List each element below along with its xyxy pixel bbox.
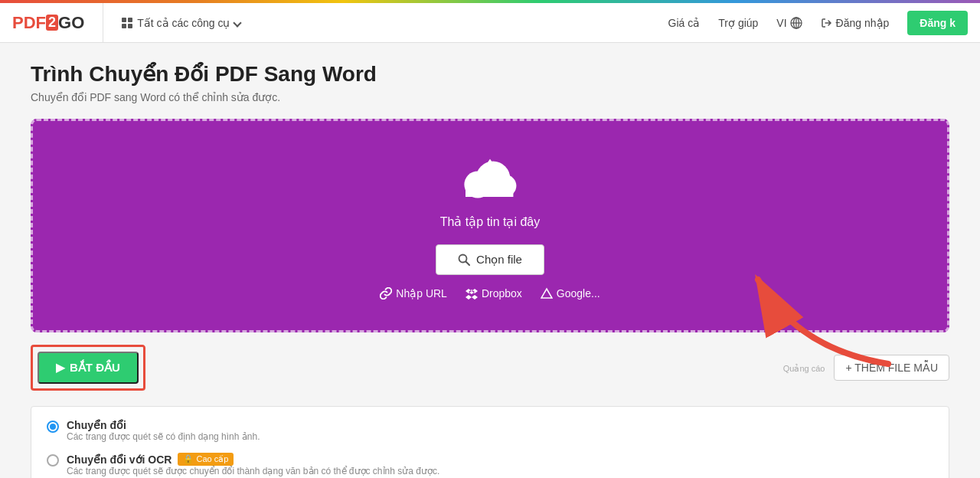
radio-convert[interactable]	[47, 421, 59, 433]
option-convert-desc: Các trang được quét sẽ có định dạng hình…	[67, 431, 933, 442]
option-convert[interactable]: Chuyển đổi Các trang được quét sẽ có địn…	[47, 419, 933, 442]
page-subtitle: Chuyển đổi PDF sang Word có thể chỉnh sử…	[31, 91, 949, 103]
option-convert-title: Chuyển đổi	[67, 419, 933, 431]
link-icon	[380, 287, 392, 300]
register-label: Đăng k	[920, 17, 956, 29]
register-button[interactable]: Đăng k	[907, 11, 968, 35]
start-prefix: ▶	[56, 361, 65, 375]
google-drive-icon	[541, 287, 553, 300]
language-selector[interactable]: VI	[776, 17, 802, 29]
lang-label: VI	[776, 17, 786, 29]
globe-icon	[790, 17, 802, 29]
svg-marker-11	[541, 289, 552, 298]
dropbox-label: Dropbox	[482, 287, 522, 300]
logo-pdf: PDF	[12, 13, 46, 33]
option-convert-ocr[interactable]: Chuyển đổi với OCR 🔒 Cao cấp Các trang đ…	[47, 453, 933, 476]
start-button[interactable]: ▶ BẮT ĐẦU	[38, 352, 139, 384]
header: PDF 2 GO Tất cả các công cụ Giá cả Trợ g…	[0, 3, 980, 43]
premium-badge: 🔒 Cao cấp	[178, 453, 234, 466]
login-label: Đăng nhập	[836, 17, 890, 29]
nav-tools[interactable]: Tất cả các công cụ	[103, 3, 247, 43]
grid-icon	[122, 18, 132, 28]
upload-section: Thả tập tin tại đây Chọn file Nhập URL	[31, 119, 949, 332]
upload-links: Nhập URL Dropbox Google...	[380, 287, 599, 300]
upload-dropzone[interactable]: Thả tập tin tại đây Chọn file Nhập URL	[31, 119, 949, 332]
header-right: Giá cả Trợ giúp VI Đăng nhập Đăng k	[668, 11, 968, 35]
radio-convert-ocr[interactable]	[47, 454, 59, 467]
upload-drop-text: Thả tập tin tại đây	[440, 214, 541, 229]
logo-go: GO	[58, 13, 84, 33]
option-ocr-title-row: Chuyển đổi với OCR 🔒 Cao cấp	[67, 453, 933, 466]
add-sample-label: + THÊM FILE MẪU	[845, 362, 938, 374]
start-button-wrapper: ▶ BẮT ĐẦU	[31, 345, 145, 391]
choose-file-button[interactable]: Chọn file	[436, 244, 544, 275]
help-link[interactable]: Trợ giúp	[718, 17, 758, 29]
option-ocr-text: Chuyển đổi với OCR 🔒 Cao cấp Các trang đ…	[67, 453, 933, 476]
option-ocr-desc: Các trang được quét sẽ được chuyển đổi t…	[67, 466, 933, 476]
page-title: Trình Chuyển Đổi PDF Sang Word	[31, 61, 949, 87]
pricing-link[interactable]: Giá cả	[668, 17, 701, 29]
login-button[interactable]: Đăng nhập	[821, 17, 890, 29]
ad-label: Quảng cáo	[783, 364, 825, 374]
start-label: BẮT ĐẦU	[70, 361, 120, 375]
option-ocr-title: Chuyển đổi với OCR	[67, 453, 172, 466]
login-arrow-icon	[821, 17, 833, 29]
all-tools-button[interactable]: Tất cả các công cụ	[116, 17, 247, 29]
choose-file-label: Chọn file	[476, 253, 522, 267]
url-link[interactable]: Nhập URL	[380, 287, 447, 300]
google-drive-link[interactable]: Google...	[541, 287, 600, 300]
options-section: Chuyển đổi Các trang được quét sẽ có địn…	[31, 406, 949, 478]
search-icon	[458, 254, 470, 266]
upload-cloud-icon	[459, 152, 521, 205]
chevron-down-icon	[234, 18, 242, 27]
dropbox-link[interactable]: Dropbox	[466, 287, 522, 300]
main-content: Trình Chuyển Đổi PDF Sang Word Chuyển đổ…	[0, 43, 980, 478]
logo: PDF 2 GO	[12, 13, 84, 33]
url-label: Nhập URL	[396, 287, 447, 300]
option-convert-text: Chuyển đổi Các trang được quét sẽ có địn…	[67, 419, 933, 442]
add-sample-button[interactable]: + THÊM FILE MẪU	[834, 355, 949, 381]
svg-line-10	[466, 262, 470, 266]
all-tools-label: Tất cả các công cụ	[137, 17, 230, 29]
action-bar: ▶ BẮT ĐẦU Quảng cáo + THÊM FILE MẪU	[31, 345, 949, 391]
google-label: Google...	[557, 287, 600, 300]
logo-2-badge: 2	[46, 15, 58, 31]
dropbox-icon	[466, 287, 478, 300]
